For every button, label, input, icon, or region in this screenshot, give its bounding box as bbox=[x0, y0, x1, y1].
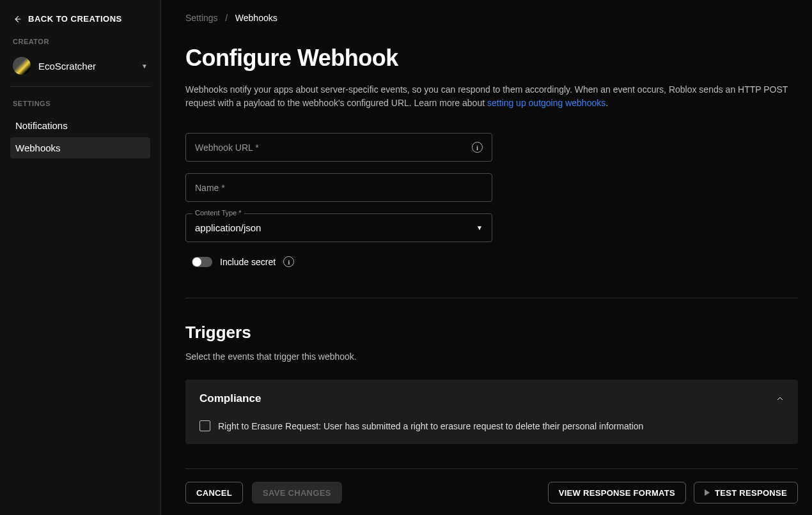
toggle-knob bbox=[192, 258, 201, 266]
breadcrumb: Settings / Webhooks bbox=[185, 13, 798, 23]
breadcrumb-sep: / bbox=[220, 13, 232, 23]
erasure-request-row: Right to Erasure Request: User has submi… bbox=[199, 420, 784, 431]
page-title: Configure Webhook bbox=[185, 45, 798, 72]
intro-link[interactable]: setting up outgoing webhooks bbox=[487, 98, 605, 108]
triggers-title: Triggers bbox=[185, 323, 798, 342]
view-response-formats-button[interactable]: VIEW RESPONSE FORMATS bbox=[548, 482, 686, 503]
avatar bbox=[13, 57, 31, 75]
footer: CANCEL SAVE CHANGES VIEW RESPONSE FORMAT… bbox=[185, 469, 798, 515]
breadcrumb-parent[interactable]: Settings bbox=[185, 13, 218, 23]
creator-section-label: CREATOR bbox=[10, 38, 150, 45]
play-icon bbox=[705, 489, 710, 496]
sidebar-item-notifications[interactable]: Notifications bbox=[10, 115, 150, 136]
creator-selector[interactable]: EcoScratcher ▼ bbox=[10, 53, 150, 87]
back-label: BACK TO CREATIONS bbox=[28, 14, 122, 24]
include-secret-label: Include secret bbox=[220, 257, 276, 267]
intro-text: Webhooks notify your apps about server-s… bbox=[185, 83, 798, 110]
test-response-button[interactable]: TEST RESPONSE bbox=[694, 482, 798, 503]
include-secret-row: Include secret i bbox=[185, 254, 798, 267]
content-type-label: Content Type * bbox=[192, 209, 244, 217]
settings-section-label: SETTINGS bbox=[10, 100, 150, 107]
sidebar-item-webhooks[interactable]: Webhooks bbox=[10, 137, 150, 158]
compliance-panel-header[interactable]: Compliance bbox=[199, 392, 784, 405]
caret-down-icon: ▼ bbox=[141, 63, 148, 70]
webhook-url-field[interactable]: Webhook URL * i bbox=[185, 133, 492, 162]
erasure-checkbox[interactable] bbox=[199, 420, 210, 431]
cancel-button[interactable]: CANCEL bbox=[185, 482, 243, 503]
content-type-select[interactable]: Content Type * application/json ▼ bbox=[185, 213, 492, 242]
save-changes-button: SAVE CHANGES bbox=[252, 482, 342, 503]
chevron-up-icon bbox=[776, 395, 784, 403]
arrow-left-icon bbox=[13, 15, 22, 24]
divider bbox=[185, 298, 798, 298]
url-info[interactable]: i bbox=[472, 142, 483, 153]
sidebar: BACK TO CREATIONS CREATOR EcoScratcher ▼… bbox=[0, 0, 161, 515]
back-to-creations-link[interactable]: BACK TO CREATIONS bbox=[10, 0, 150, 38]
info-icon: i bbox=[472, 142, 483, 153]
compliance-title: Compliance bbox=[199, 392, 261, 405]
include-secret-toggle[interactable] bbox=[192, 257, 212, 267]
info-icon[interactable]: i bbox=[283, 256, 294, 267]
compliance-panel: Compliance Right to Erasure Request: Use… bbox=[185, 380, 798, 444]
caret-down-icon: ▼ bbox=[476, 224, 483, 231]
main: Settings / Webhooks Configure Webhook We… bbox=[161, 0, 812, 515]
name-label: Name * bbox=[195, 183, 225, 193]
erasure-label: Right to Erasure Request: User has submi… bbox=[218, 421, 643, 431]
triggers-subtitle: Select the events that trigger this webh… bbox=[185, 351, 798, 362]
creator-name: EcoScratcher bbox=[38, 61, 134, 72]
name-field[interactable]: Name * bbox=[185, 173, 492, 202]
webhook-url-label: Webhook URL * bbox=[195, 142, 259, 153]
content-type-value: application/json bbox=[195, 222, 261, 233]
breadcrumb-current: Webhooks bbox=[235, 13, 277, 23]
